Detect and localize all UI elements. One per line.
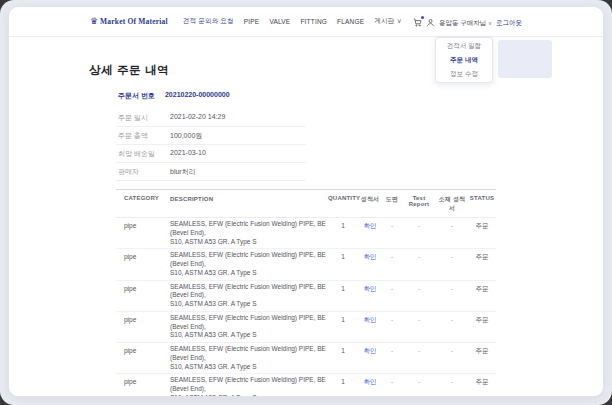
crown-icon: ♛ <box>90 17 98 26</box>
cell-material-certificate: - <box>436 251 468 260</box>
status-badge: 주문 <box>468 314 496 325</box>
cart-icon[interactable] <box>413 18 422 27</box>
description-line2: S10, ASTM A53 GR. A Type S <box>170 238 328 247</box>
cell-test-report: - <box>402 220 436 229</box>
cell-drawing: - <box>382 314 402 323</box>
nav-item[interactable]: PIPE <box>244 18 260 25</box>
dropdown-item-profile[interactable]: 정보 수정 <box>436 67 492 81</box>
cell-quantity: 1 <box>328 283 358 292</box>
nav-item[interactable]: 게시판 ∨ <box>374 17 402 26</box>
detail-value: blur처리 <box>170 167 196 177</box>
dropdown-item-orders[interactable]: 주문 내역 <box>436 53 492 67</box>
detail-label: 주문 일시 <box>118 113 170 123</box>
cell-category: pipe <box>116 251 170 260</box>
order-number-label: 주문서 번호 <box>118 91 155 101</box>
user-dropdown: 견적서 일람 주문 내역 정보 수정 <box>435 37 493 83</box>
status-badge: 주문 <box>468 345 496 356</box>
certificate-confirm-link[interactable]: 확인 <box>364 220 377 231</box>
logo-text: Market Of Material <box>100 17 168 26</box>
cell-test-report: - <box>402 314 436 323</box>
cell-material-certificate: - <box>436 376 468 385</box>
detail-value: 2021-03-10 <box>170 149 206 159</box>
table-row: pipe SEAMLESS, EFW (Electric Fusion Weld… <box>116 312 496 343</box>
cell-quantity: 1 <box>328 220 358 229</box>
column-description: DESCRIPTION <box>170 195 328 213</box>
column-quantity: QUANTITY <box>328 195 358 213</box>
nav-item[interactable]: FLANGE <box>337 18 364 25</box>
column-certificate: 성적서 <box>358 195 382 213</box>
cell-category: pipe <box>116 376 170 385</box>
detail-label: 주문 총액 <box>118 131 170 141</box>
description-line1: SEAMLESS, EFW (Electric Fusion Welding) … <box>170 345 328 363</box>
cell-quantity: 1 <box>328 345 358 354</box>
cell-material-certificate: - <box>436 345 468 354</box>
description-line2: S10, ASTM A53 GR. A Type S <box>170 331 328 340</box>
description-line1: SEAMLESS, EFW (Electric Fusion Welding) … <box>170 283 328 301</box>
nav-item[interactable]: 견적 문의와 요청 <box>183 17 234 26</box>
cell-test-report: - <box>402 345 436 354</box>
cell-drawing: - <box>382 376 402 385</box>
detail-value: 100,000원 <box>170 131 202 141</box>
cell-material-certificate: - <box>436 220 468 229</box>
cell-quantity: 1 <box>328 314 358 323</box>
cell-certificate: 확인 <box>358 220 382 231</box>
nav-item[interactable]: VALVE <box>269 18 290 25</box>
description-line1: SEAMLESS, EFW (Electric Fusion Welding) … <box>170 376 328 394</box>
logout-link[interactable]: 로그아웃 <box>496 19 522 28</box>
cell-description: SEAMLESS, EFW (Electric Fusion Welding) … <box>170 345 328 371</box>
detail-row: 주문 일시 2021-02-20 14:29 <box>116 109 306 127</box>
dropdown-item-quotes[interactable]: 견적서 일람 <box>436 39 492 53</box>
certificate-confirm-link[interactable]: 확인 <box>364 283 377 294</box>
cell-drawing: - <box>382 251 402 260</box>
column-status: STATUS <box>468 195 496 213</box>
certificate-confirm-link[interactable]: 확인 <box>364 345 377 356</box>
detail-value: 2021-02-20 14:29 <box>170 113 225 123</box>
cell-quantity: 1 <box>328 376 358 385</box>
status-badge: 주문 <box>468 283 496 294</box>
description-line1: SEAMLESS, EFW (Electric Fusion Welding) … <box>170 314 328 332</box>
cart-badge <box>421 16 425 20</box>
cell-description: SEAMLESS, EFW (Electric Fusion Welding) … <box>170 220 328 246</box>
nav-item[interactable]: FITTING <box>300 18 327 25</box>
status-badge: 주문 <box>468 376 496 387</box>
order-details: 주문 일시 2021-02-20 14:29 주문 총액 100,000원 희망… <box>116 109 306 181</box>
cell-material-certificate: - <box>436 314 468 323</box>
cell-certificate: 확인 <box>358 283 382 294</box>
cell-certificate: 확인 <box>358 251 382 262</box>
cell-description: SEAMLESS, EFW (Electric Fusion Welding) … <box>170 283 328 309</box>
cell-certificate: 확인 <box>358 345 382 356</box>
detail-row: 희망 배송일 2021-03-10 <box>116 145 306 163</box>
user-name: 응암동 구매자님 <box>439 19 486 28</box>
user-menu[interactable]: 응암동 구매자님 ∨ <box>439 19 492 28</box>
description-line2: S10, ASTM A53 GR. A Type S <box>170 394 328 397</box>
app-background: ♛ Market Of Material 견적 문의와 요청 PIPE VALV… <box>0 0 612 405</box>
order-number: 주문서 번호 20210220-00000000 <box>118 91 496 101</box>
chevron-down-icon: ∨ <box>488 20 492 26</box>
cell-description: SEAMLESS, EFW (Electric Fusion Welding) … <box>170 251 328 277</box>
person-icon[interactable] <box>426 18 435 27</box>
cell-category: pipe <box>116 314 170 323</box>
items-table: CATEGORY DESCRIPTION QUANTITY 성적서 도면 Tes… <box>116 189 496 397</box>
column-test-report: Test Report <box>402 195 436 213</box>
certificate-confirm-link[interactable]: 확인 <box>364 314 377 325</box>
column-material-certificate: 소재 성적서 <box>436 195 468 213</box>
cell-drawing: - <box>382 220 402 229</box>
menu-highlight <box>498 40 552 78</box>
table-row: pipe SEAMLESS, EFW (Electric Fusion Weld… <box>116 343 496 374</box>
certificate-confirm-link[interactable]: 확인 <box>364 376 377 387</box>
certificate-confirm-link[interactable]: 확인 <box>364 251 377 262</box>
description-line2: S10, ASTM A53 GR. A Type S <box>170 363 328 372</box>
table-body: pipe SEAMLESS, EFW (Electric Fusion Weld… <box>116 218 496 397</box>
status-badge: 주문 <box>468 220 496 231</box>
detail-row: 판매자 blur처리 <box>116 163 306 181</box>
app-window: ♛ Market Of Material 견적 문의와 요청 PIPE VALV… <box>8 6 604 397</box>
cell-category: pipe <box>116 220 170 229</box>
logo[interactable]: ♛ Market Of Material <box>90 17 168 26</box>
cell-category: pipe <box>116 283 170 292</box>
detail-label: 희망 배송일 <box>118 149 170 159</box>
user-area: 응암동 구매자님 ∨ 로그아웃 <box>413 16 522 28</box>
table-row: pipe SEAMLESS, EFW (Electric Fusion Weld… <box>116 281 496 312</box>
order-content: 주문서 번호 20210220-00000000 주문 일시 2021-02-2… <box>116 91 496 397</box>
cell-description: SEAMLESS, EFW (Electric Fusion Welding) … <box>170 314 328 340</box>
description-line2: S10, ASTM A53 GR. A Type S <box>170 300 328 309</box>
